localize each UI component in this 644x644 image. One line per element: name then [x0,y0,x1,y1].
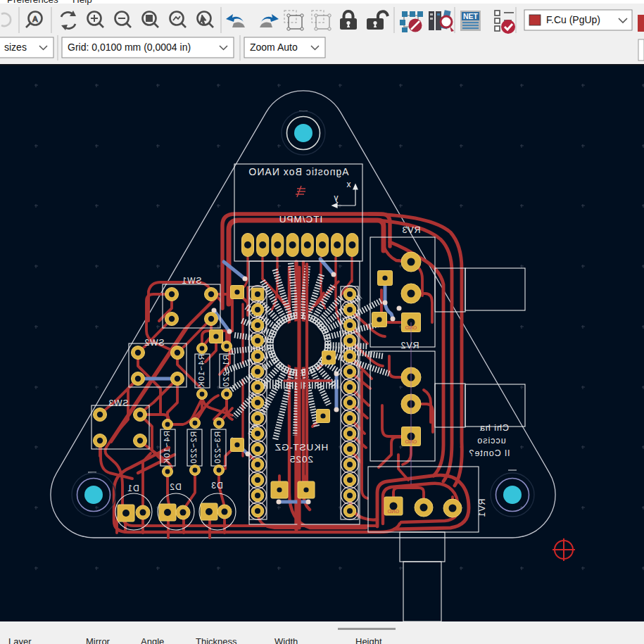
svg-text:Angle: Angle [141,636,164,644]
svg-text:2025: 2025 [289,454,313,465]
svg-text:sizes: sizes [4,42,27,53]
svg-text:RV3: RV3 [401,225,420,235]
svg-text:SW2: SW2 [144,338,164,348]
svg-text:D3: D3 [210,481,222,491]
svg-text:NET: NET [463,12,479,20]
svg-text:Agnostic Box NANO: Agnostic Box NANO [248,166,348,177]
svg-text:F.Cu (PgUp): F.Cu (PgUp) [546,14,600,25]
svg-text:Mirror: Mirror [86,636,111,644]
svg-text:ucciso: ucciso [476,436,505,446]
svg-text:Width: Width [274,636,298,644]
svg-text:R4~10K: R4~10K [197,354,206,388]
svg-text:HKUST-GZ: HKUST-GZ [274,442,328,453]
svg-text:R3~220: R3~220 [213,431,222,465]
svg-text:Layer: Layer [8,636,32,644]
svg-text:Grid: 0,0100 mm (0,0004 in): Grid: 0,0100 mm (0,0004 in) [68,42,191,53]
svg-text:SW1: SW1 [181,276,201,286]
svg-text:SW3: SW3 [108,398,128,408]
svg-text:GND: GND [387,508,399,514]
svg-text:A: A [32,15,38,23]
svg-text:RV2: RV2 [400,341,419,351]
svg-text:D2: D2 [169,482,181,492]
svg-text:R2~220: R2~220 [189,431,198,465]
svg-text:Chi ha: Chi ha [479,423,509,433]
svg-text:Zoom Auto: Zoom Auto [250,42,298,53]
svg-text:RV1: RV1 [477,498,487,517]
svg-text:Thickness: Thickness [196,636,237,644]
svg-text:ITC/MPU: ITC/MPU [279,214,323,225]
svg-text:R1~220: R1~220 [222,355,230,388]
svg-text:x: x [346,179,351,189]
svg-text:Il Conte?: Il Conte? [468,448,510,458]
svg-text:Height: Height [355,636,382,644]
svg-text:Help: Help [72,0,92,5]
svg-text:Preferences: Preferences [7,0,58,5]
svg-text:R4~10K: R4~10K [163,431,171,465]
svg-text:D1: D1 [127,484,139,493]
svg-text:y: y [334,193,339,203]
